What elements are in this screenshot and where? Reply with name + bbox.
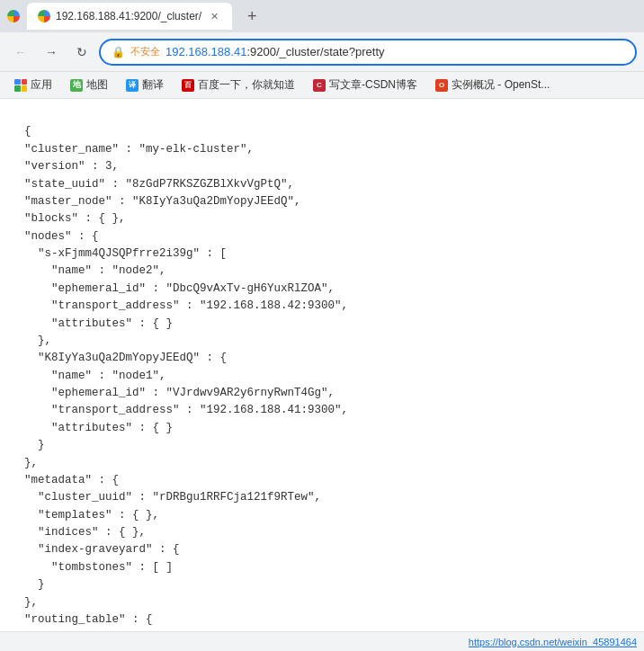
openstack-icon: O (435, 79, 448, 92)
json-content: { "cluster_name" : "my-elk-cluster", "ve… (0, 99, 644, 631)
bookmark-openstack[interactable]: O 实例概况 - OpenSt... (428, 75, 557, 95)
bookmark-csdn[interactable]: C 写文章-CSDN博客 (306, 75, 425, 95)
bookmark-translate-label: 翻译 (142, 77, 164, 93)
bookmarks-bar: 应用 地 地图 译 翻译 百 百度一下，你就知道 C 写文章-CSDN博客 O … (0, 72, 644, 99)
title-bar: 192.168.188.41:9200/_cluster/ ✕ + (0, 0, 644, 32)
translate-icon: 译 (126, 79, 139, 92)
tab-favicon (38, 10, 50, 22)
tab-label: 192.168.188.41:9200/_cluster/ (56, 10, 201, 22)
csdn-icon: C (313, 79, 326, 92)
apps-icon (14, 79, 27, 92)
address-host: 192.168.188.41 (165, 45, 246, 58)
new-tab-button[interactable]: + (239, 4, 264, 29)
nav-bar: ← → ↻ 🔒 不安全 192.168.188.41:9200/_cluster… (0, 32, 644, 72)
bookmark-openstack-label: 实例概况 - OpenSt... (452, 77, 550, 93)
bookmark-map[interactable]: 地 地图 (63, 75, 115, 95)
map-icon: 地 (70, 79, 83, 92)
forward-button[interactable]: → (38, 39, 65, 66)
bookmark-apps[interactable]: 应用 (7, 75, 59, 95)
bookmark-baidu-label: 百度一下，你就知道 (198, 77, 295, 93)
insecure-label: 不安全 (130, 45, 160, 58)
bookmark-csdn-label: 写文章-CSDN博客 (329, 77, 417, 93)
address-text: 192.168.188.41:9200/_cluster/state?prett… (165, 45, 624, 58)
address-path: :9200/_cluster/state?pretty (246, 45, 384, 58)
json-text: { "cluster_name" : "my-elk-cluster", "ve… (11, 125, 348, 631)
tab-close-button[interactable]: ✕ (207, 9, 221, 23)
bookmark-baidu[interactable]: 百 百度一下，你就知道 (174, 75, 302, 95)
lock-icon: 🔒 (112, 46, 125, 58)
active-tab[interactable]: 192.168.188.41:9200/_cluster/ ✕ (27, 3, 232, 30)
status-bar: https://blog.csdn.net/weixin_45891464 (0, 631, 644, 651)
reload-button[interactable]: ↻ (68, 39, 95, 66)
back-button[interactable]: ← (7, 39, 34, 66)
baidu-icon: 百 (182, 79, 194, 92)
address-bar[interactable]: 🔒 不安全 192.168.188.41:9200/_cluster/state… (99, 39, 637, 66)
browser-favicon (7, 10, 20, 22)
bookmark-apps-label: 应用 (31, 77, 52, 93)
status-url: https://blog.csdn.net/weixin_45891464 (469, 637, 637, 647)
bookmark-translate[interactable]: 译 翻译 (119, 75, 171, 95)
bookmark-map-label: 地图 (86, 77, 108, 93)
